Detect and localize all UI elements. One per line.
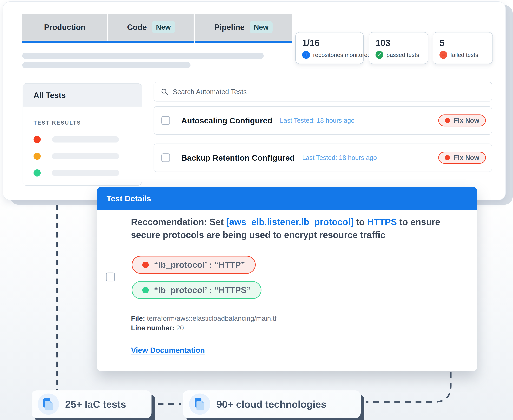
fail-dot-icon: [142, 262, 149, 268]
recommendation-part: Reccomendation: Set: [131, 217, 226, 227]
file-label: File:: [131, 315, 145, 322]
recommendation-https-ref: HTTPS: [367, 217, 397, 227]
recommendation-part: to: [354, 217, 367, 227]
page: Production Code New Pipeline New 1/16 + …: [0, 0, 513, 420]
documents-icon: [189, 394, 210, 415]
recommendation-text: Reccomendation: Set [aws_elb.listener.lb…: [131, 216, 452, 241]
modal-header: Test Details: [97, 187, 477, 210]
iac-tests-badge: 25+ IaC tests: [31, 390, 152, 418]
test-details-modal: Test Details Reccomendation: Set [aws_el…: [97, 187, 477, 371]
recommendation-code-ref: [aws_elb.listener.lb_protocol]: [226, 217, 354, 227]
code-option-checkbox[interactable]: [106, 272, 115, 281]
code-chip-https[interactable]: “lb_protocol’ : “HTTPS”: [132, 281, 261, 299]
line-number-value: 20: [174, 324, 184, 332]
badge-label: 25+ IaC tests: [65, 398, 126, 410]
documents-icon: [38, 394, 59, 415]
badge-label: 90+ cloud technologies: [216, 398, 326, 410]
code-chip-text: “lb_protocol’ : “HTTPS”: [154, 285, 251, 295]
cloud-technologies-badge: 90+ cloud technologies: [183, 390, 361, 418]
line-number-label: Line number:: [131, 324, 174, 332]
code-chip-text: “lb_protocol’ : “HTTP”: [154, 260, 245, 270]
file-path: terraform/aws::elasticloadbalancing/main…: [145, 315, 276, 322]
pass-dot-icon: [142, 287, 149, 293]
file-info: File: terraform/aws::elasticloadbalancin…: [131, 314, 276, 333]
code-chip-http[interactable]: “lb_protocol’ : “HTTP”: [132, 256, 256, 274]
view-documentation-link[interactable]: View Documentation: [131, 346, 205, 355]
modal-title: Test Details: [107, 194, 151, 203]
